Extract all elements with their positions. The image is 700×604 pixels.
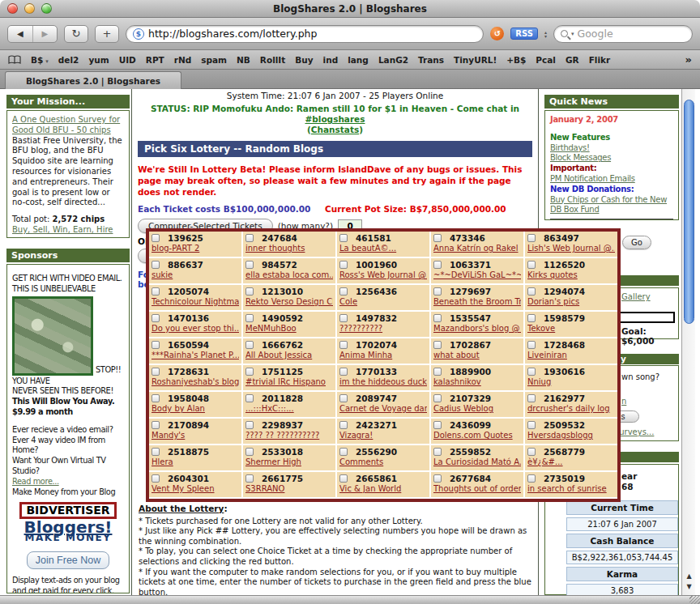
bookmark-item[interactable]: GR: [566, 55, 579, 65]
rss-button[interactable]: RSS: [510, 28, 538, 40]
gallery-link[interactable]: Gallery: [621, 292, 651, 301]
ticket-blog-link[interactable]: Lish's Web Journal @...: [527, 244, 615, 253]
ticket-checkbox[interactable]: [527, 287, 536, 296]
ticket-blog-link[interactable]: Cole: [339, 297, 427, 306]
buy-chips-link[interactable]: Buy Chips or Cash for the New DB Box Fun…: [550, 195, 667, 215]
ticket-checkbox[interactable]: [339, 234, 348, 242]
ticket-blog-link[interactable]: ???? ?? ??????????: [245, 431, 333, 440]
scroll-up-arrow[interactable]: ▲: [682, 571, 696, 581]
ticket-blog-link[interactable]: Liveiniran: [527, 351, 615, 359]
ticket-checkbox[interactable]: [339, 341, 348, 349]
close-window-button[interactable]: [7, 3, 18, 14]
bookmark-item[interactable]: Flikr: [589, 55, 611, 65]
ticket-checkbox[interactable]: [245, 448, 254, 456]
ticket-blog-link[interactable]: MeNMuhBoo: [245, 324, 333, 333]
ticket-blog-link[interactable]: La Curiosidad Mató A...: [433, 457, 521, 466]
ticket-blog-link[interactable]: #trivial IRc Hispano: [245, 377, 333, 386]
ticket-checkbox[interactable]: [152, 368, 160, 376]
ticket-checkbox[interactable]: [152, 394, 160, 402]
ticket-checkbox[interactable]: [152, 261, 160, 269]
ticket-checkbox[interactable]: [245, 394, 254, 402]
ticket-blog-link[interactable]: in search of sunrise: [527, 484, 615, 493]
vertical-scrollbar[interactable]: ▲ ▼: [681, 89, 695, 595]
ticket-blog-link[interactable]: Shermer High: [245, 457, 333, 466]
resize-grip[interactable]: [689, 596, 700, 604]
ticket-blog-link[interactable]: Dorian's pics: [527, 297, 615, 306]
back-button[interactable]: ◀: [8, 26, 33, 42]
ticket-checkbox[interactable]: [527, 368, 536, 376]
ticket-blog-link[interactable]: ***Rainha's Planet P...: [152, 351, 239, 359]
ticket-checkbox[interactable]: [152, 448, 160, 456]
ticket-checkbox[interactable]: [152, 341, 160, 349]
ticket-blog-link[interactable]: Roshaniyeshab's blog...: [152, 377, 239, 386]
ticket-blog-link[interactable]: è¥¿&#...: [527, 457, 615, 466]
tab-blogshares[interactable]: BlogShares 2.0 | Blogshares: [5, 71, 181, 89]
ticket-blog-link[interactable]: Carnet de Voyage dan...: [339, 404, 427, 413]
ticket-blog-link[interactable]: Nniug: [527, 377, 615, 386]
ticket-checkbox[interactable]: [245, 314, 254, 322]
ticket-checkbox[interactable]: [433, 261, 442, 269]
ticket-checkbox[interactable]: [152, 474, 160, 483]
ticket-blog-link[interactable]: Mandy's: [152, 431, 239, 440]
bookmark-item[interactable]: yum: [88, 55, 109, 65]
blogshares-chat-link[interactable]: #blogshares: [305, 114, 365, 124]
ticket-checkbox[interactable]: [339, 368, 348, 376]
bookmark-item[interactable]: del2: [58, 55, 79, 65]
ticket-blog-link[interactable]: blog-PART 2: [152, 244, 239, 253]
bookmark-item[interactable]: rNd: [174, 55, 191, 65]
ticket-blog-link[interactable]: drcrusher's daily log: [527, 404, 615, 413]
bookmarks-overflow-chevron[interactable]: »: [685, 53, 692, 66]
bookmark-item[interactable]: ind: [323, 55, 339, 65]
ticket-blog-link[interactable]: ??????????: [339, 324, 427, 333]
ticket-checkbox[interactable]: [152, 421, 160, 429]
ticket-checkbox[interactable]: [433, 474, 442, 483]
ticket-checkbox[interactable]: [339, 474, 348, 483]
ticket-blog-link[interactable]: Tekove: [527, 324, 615, 333]
ticket-blog-link[interactable]: Rekto Verso Design Club: [245, 297, 333, 306]
ticket-blog-link[interactable]: Vic & Jan World: [339, 484, 427, 493]
ticket-blog-link[interactable]: Ross's Web Journal @...: [339, 270, 427, 279]
ticket-checkbox[interactable]: [433, 394, 442, 402]
ticket-blog-link[interactable]: what about: [433, 351, 521, 359]
ticket-checkbox[interactable]: [245, 421, 254, 429]
ticket-checkbox[interactable]: [433, 287, 442, 296]
ticket-blog-link[interactable]: All About Jessica: [245, 351, 333, 359]
ticket-checkbox[interactable]: [433, 234, 442, 242]
ticket-checkbox[interactable]: [245, 261, 254, 269]
ticket-blog-link[interactable]: Body by Alan: [152, 404, 239, 413]
ticket-checkbox[interactable]: [433, 314, 442, 322]
ticket-checkbox[interactable]: [245, 474, 254, 483]
ticket-checkbox[interactable]: [527, 448, 536, 456]
minimize-window-button[interactable]: [24, 3, 35, 14]
chanstats-link[interactable]: Chanstats: [311, 125, 359, 134]
bookmark-item[interactable]: Pcal: [536, 55, 556, 65]
ticket-blog-link[interactable]: S3RRANO: [245, 484, 333, 493]
new-tab-button[interactable]: +: [95, 25, 119, 43]
bookmark-item[interactable]: TinyURL!: [454, 55, 497, 65]
ticket-checkbox[interactable]: [433, 448, 442, 456]
ticket-blog-link[interactable]: Cadius Weblog: [433, 404, 521, 413]
buy-sell-links[interactable]: Buy, Sell, Win, Earn, Hire: [12, 225, 113, 234]
bookmarks-book-icon[interactable]: [8, 55, 21, 65]
ticket-checkbox[interactable]: [433, 341, 442, 349]
ticket-blog-link[interactable]: Vizagra!: [339, 431, 427, 440]
stepper-control[interactable]: ▴ ▾: [544, 30, 547, 38]
ticket-blog-link[interactable]: Anna Katrín og Rakel: [433, 244, 521, 253]
ticket-checkbox[interactable]: [152, 287, 160, 296]
ticket-blog-link[interactable]: Do you ever stop thi...: [152, 324, 239, 333]
bookmark-item[interactable]: NB: [237, 55, 250, 65]
scrollbar-thumb[interactable]: [684, 100, 694, 324]
ticket-blog-link[interactable]: sukie: [152, 270, 239, 279]
block-messages-link[interactable]: Block Messages: [550, 153, 611, 162]
forward-button[interactable]: ▶: [33, 26, 58, 42]
ticket-blog-link[interactable]: ...:::HxC:::...: [245, 404, 333, 413]
ticket-checkbox[interactable]: [527, 341, 536, 349]
money-photo[interactable]: [12, 296, 93, 376]
ticket-checkbox[interactable]: [339, 314, 348, 322]
ticket-blog-link[interactable]: im the hiddeous duck...: [339, 377, 427, 386]
address-bar[interactable]: $ http://blogshares.com/lottery.php: [126, 25, 484, 43]
ticket-checkbox[interactable]: [339, 421, 348, 429]
join-free-now-button[interactable]: Join Free Now: [27, 551, 110, 569]
ticket-blog-link[interactable]: ella estaba loca com...: [245, 270, 333, 279]
reload-button[interactable]: ↻: [64, 25, 88, 43]
